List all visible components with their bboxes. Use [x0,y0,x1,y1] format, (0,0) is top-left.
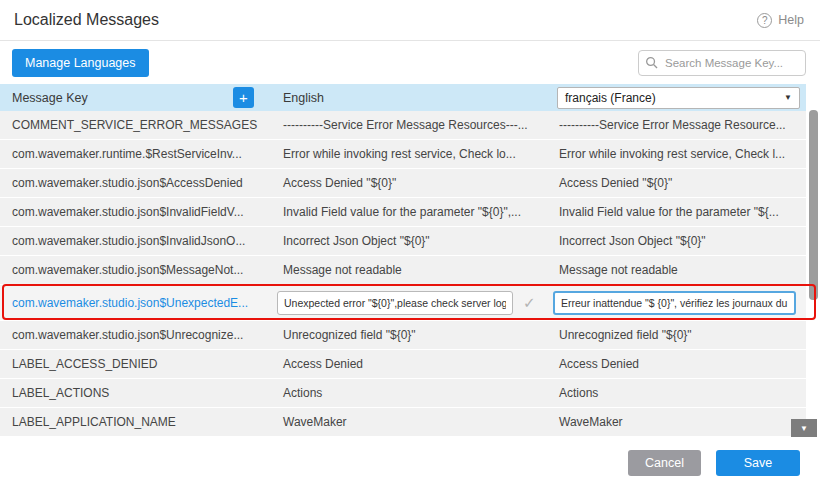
search-input[interactable] [638,50,806,76]
translation-cell: Access Denied [547,350,806,378]
english-cell: Unrecognized field "${0}" [271,321,547,349]
english-cell: ----------Service Error Message Resource… [271,111,547,139]
scroll-down-button[interactable]: ▼ [791,419,817,437]
message-key-cell: com.wavemaker.runtime.$RestServiceInv... [0,140,271,168]
message-key-cell: LABEL_ACCESS_DENIED [0,350,271,378]
messages-table: Message Key + English français (France) … [0,84,806,437]
language-select-value: français (France) [565,91,656,105]
scrollbar-thumb[interactable] [809,110,818,300]
translation-cell: WaveMaker [547,408,806,436]
translation-cell: Error while invoking rest service, Check… [547,140,806,168]
cancel-button[interactable]: Cancel [628,450,701,476]
message-key-cell: com.wavemaker.studio.json$InvalidJsonO..… [0,227,271,255]
titlebar: Localized Messages ? Help [0,0,820,41]
table-row[interactable]: com.wavemaker.studio.json$InvalidJsonO..… [0,227,806,256]
language-select[interactable]: français (France) ▼ [557,87,800,109]
message-key-cell: com.wavemaker.studio.json$MessageNot... [0,256,271,284]
footer: Cancel Save [0,438,820,487]
message-key-cell: LABEL_ACTIONS [0,379,271,407]
table-row[interactable]: LABEL_APPLICATION_NAMEWaveMakerWaveMaker [0,408,806,437]
translation-cell: Incorrect Json Object "${0}" [547,227,806,255]
table-row[interactable]: com.wavemaker.studio.json$MessageNot...M… [0,256,806,285]
page-title: Localized Messages [14,11,159,29]
english-input[interactable] [277,291,513,315]
table-row[interactable]: LABEL_ACTIONSActionsActions [0,379,806,408]
translation-cell: Actions [547,379,806,407]
english-cell: Actions [271,379,547,407]
english-cell: WaveMaker [271,408,547,436]
search-icon [645,56,658,69]
english-cell: Message not readable [271,256,547,284]
confirm-check-icon[interactable]: ✓ [523,294,536,312]
message-key-cell: com.wavemaker.studio.json$InvalidFieldV.… [0,198,271,226]
translation-cell: Message not readable [547,256,806,284]
translation-cell: Unrecognized field "${0}" [547,321,806,349]
english-cell: Incorrect Json Object "${0}" [271,227,547,255]
english-cell: Invalid Field value for the parameter "$… [271,198,547,226]
column-header-message-key: Message Key + [0,84,271,111]
translation-cell: ----------Service Error Message Resource… [547,111,806,139]
manage-languages-button[interactable]: Manage Languages [12,49,149,77]
help-button[interactable]: ? Help [757,13,804,28]
message-key-cell: com.wavemaker.studio.json$Unrecognize... [0,321,271,349]
table-row[interactable]: com.wavemaker.studio.json$UnexpectedE...… [0,285,806,321]
english-cell: Access Denied "${0}" [271,169,547,197]
table-row[interactable]: COMMENT_SERVICE_ERROR_MESSAGES----------… [0,111,806,140]
english-cell: ✓ [271,285,547,320]
translation-input[interactable] [553,291,796,315]
table-row[interactable]: LABEL_ACCESS_DENIEDAccess DeniedAccess D… [0,350,806,379]
help-icon: ? [757,13,772,28]
message-key-cell: LABEL_APPLICATION_NAME [0,408,271,436]
table-body: COMMENT_SERVICE_ERROR_MESSAGES----------… [0,111,806,437]
search-box [638,50,806,76]
add-message-key-button[interactable]: + [233,87,254,108]
help-label: Help [778,13,804,27]
message-key-cell: com.wavemaker.studio.json$AccessDenied [0,169,271,197]
table-header: Message Key + English français (France) … [0,84,806,111]
translation-cell: Access Denied "${0}" [547,169,806,197]
english-cell: Error while invoking rest service, Check… [271,140,547,168]
table-row[interactable]: com.wavemaker.studio.json$AccessDeniedAc… [0,169,806,198]
english-header-label: English [283,91,324,105]
translation-cell [547,285,806,320]
english-cell: Access Denied [271,350,547,378]
message-key-cell: COMMENT_SERVICE_ERROR_MESSAGES [0,111,271,139]
localized-messages-dialog: Localized Messages ? Help Manage Languag… [0,0,820,487]
table-row[interactable]: com.wavemaker.runtime.$RestServiceInv...… [0,140,806,169]
message-key-cell: com.wavemaker.studio.json$UnexpectedE... [0,285,271,320]
save-button[interactable]: Save [716,450,800,476]
chevron-down-icon: ▼ [784,93,792,102]
message-key-header-label: Message Key [12,91,88,105]
translation-cell: Invalid Field value for the parameter "$… [547,198,806,226]
table-row[interactable]: com.wavemaker.studio.json$InvalidFieldV.… [0,198,806,227]
table-row[interactable]: com.wavemaker.studio.json$Unrecognize...… [0,321,806,350]
toolbar: Manage Languages [0,42,820,84]
column-header-language: français (France) ▼ [547,84,806,111]
column-header-english: English [271,84,547,111]
